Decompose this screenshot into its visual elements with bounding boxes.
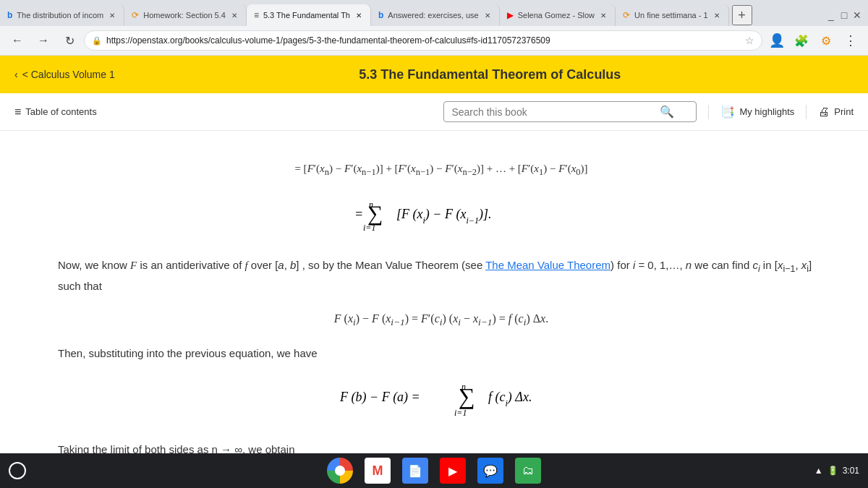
equation-2: = n ∑ i=1 [F (xi) − F (xi−1)].: [58, 193, 825, 244]
book-name-label: < Calculus Volume 1: [22, 69, 115, 80]
svg-text:f (ci) Δx.: f (ci) Δx.: [488, 390, 532, 408]
network-icon: ▲: [814, 466, 823, 476]
svg-text:i=1: i=1: [454, 408, 467, 418]
svg-text:F (b) − F (a) =: F (b) − F (a) =: [339, 390, 420, 405]
reload-button[interactable]: ↻: [58, 29, 81, 52]
taskbar-docs-icon[interactable]: 📄: [402, 458, 428, 484]
tab-close-3[interactable]: ✕: [354, 10, 363, 21]
equation-1-text: = [F′(xn) − F′(xn−1)] + [F′(xn−1) − F′(x…: [294, 163, 587, 174]
equation-1: = [F′(xn) − F′(xn−1)] + [F′(xn−1) − F′(x…: [58, 157, 825, 181]
minimize-button[interactable]: _: [826, 10, 836, 20]
browser-chrome: b The distribution of incom ✕ ⟳ Homework…: [0, 0, 868, 56]
extension-button-1[interactable]: 🧩: [790, 29, 813, 52]
page-content: ‹ < Calculus Volume 1 5.3 The Fundamenta…: [0, 56, 868, 488]
equation-2-svg: = n ∑ i=1 [F (xi) − F (xi−1)].: [347, 193, 535, 236]
search-input[interactable]: [451, 106, 654, 118]
close-window-button[interactable]: ✕: [852, 10, 862, 20]
tab-bar: b The distribution of incom ✕ ⟳ Homework…: [0, 0, 868, 26]
tab-title-6: Un fine settimana - 1: [634, 11, 708, 20]
print-label: Print: [834, 106, 854, 117]
toc-label: Table of contents: [25, 106, 96, 117]
equation-4: F (b) − F (a) = n ∑ i=1 f (ci) Δx.: [58, 374, 825, 429]
nav-right-icons: 👤 🧩 ⚙ ⋮: [765, 29, 862, 52]
toolbar: ≡ Table of contents 🔍 📑 My highlights 🖨 …: [0, 93, 868, 131]
taskbar-chat-icon[interactable]: 💬: [477, 458, 503, 484]
svg-text:∑: ∑: [459, 383, 475, 409]
star-icon[interactable]: ☆: [745, 35, 754, 46]
highlights-label: My highlights: [739, 106, 794, 117]
search-submit-button[interactable]: 🔍: [660, 105, 674, 119]
tab-close-5[interactable]: ✕: [599, 10, 608, 21]
print-button[interactable]: 🖨 Print: [818, 106, 854, 119]
tab-close-6[interactable]: ✕: [712, 10, 721, 21]
window-controls: _ □ ✕: [826, 4, 868, 26]
menu-button[interactable]: ⋮: [839, 29, 862, 52]
svg-text:i=1: i=1: [363, 223, 375, 233]
tab-icon-5: ▶: [507, 10, 514, 20]
equation-3-text: F (xi) − F (xi−1) = F′(ci) (xi − xi−1) =…: [334, 312, 548, 325]
extension-button-2[interactable]: ⚙: [814, 29, 838, 52]
taskbar-circle-button[interactable]: [9, 462, 26, 479]
tab-homework[interactable]: ⟳ Homework: Section 5.4 ✕: [124, 4, 247, 26]
math-f: F: [130, 260, 137, 271]
new-tab-button[interactable]: +: [732, 5, 752, 25]
taskbar-right: ▲ 🔋 3:01: [814, 466, 859, 476]
tab-answered[interactable]: b Answered: exercises, use ✕: [371, 4, 500, 26]
equation-4-svg: F (b) − F (a) = n ∑ i=1 f (ci) Δx.: [333, 374, 550, 421]
toolbar-divider-2: [806, 105, 807, 119]
taskbar-gmail-icon[interactable]: M: [365, 458, 391, 484]
forward-button[interactable]: →: [32, 29, 55, 52]
tab-title-3: 5.3 The Fundamental Th: [263, 11, 350, 20]
tab-youtube[interactable]: ▶ Selena Gomez - Slow ✕: [500, 4, 616, 26]
tab-distribution[interactable]: b The distribution of incom ✕: [0, 4, 124, 26]
equation-3: F (xi) − F (xi−1) = F′(ci) (xi − xi−1) =…: [58, 307, 825, 333]
paragraph-2-text: Then, substituting into the previous equ…: [58, 347, 318, 359]
nav-bar: ← → ↻ 🔒 https://openstax.org/books/calcu…: [0, 26, 868, 55]
taskbar-chrome-icon[interactable]: [327, 458, 353, 484]
taskbar-drive-icon[interactable]: 🗂: [515, 458, 541, 484]
book-header: ‹ < Calculus Volume 1 5.3 The Fundamenta…: [0, 56, 868, 93]
back-arrow-icon: ‹: [14, 69, 18, 80]
url-text: https://openstax.org/books/calculus-volu…: [106, 35, 741, 46]
tab-icon-1: b: [7, 10, 12, 20]
tab-close-1[interactable]: ✕: [108, 10, 116, 21]
taskbar-left: [9, 462, 26, 479]
profile-button[interactable]: 👤: [765, 29, 788, 52]
content-area: = [F′(xn) − F′(xn−1)] + [F′(xn−1) − F′(x…: [0, 131, 868, 488]
address-bar[interactable]: 🔒 https://openstax.org/books/calculus-vo…: [84, 30, 762, 51]
battery-icon: 🔋: [827, 466, 838, 476]
tab-close-2[interactable]: ✕: [230, 10, 239, 21]
taskbar: M 📄 ▶ 💬 🗂 ▲ 🔋 3:01: [0, 453, 868, 488]
lock-icon: 🔒: [92, 36, 102, 46]
page-title: 5.3 The Fundamental Theorem of Calculus: [359, 67, 621, 82]
taskbar-youtube-icon[interactable]: ▶: [440, 458, 466, 484]
tab-week[interactable]: ⟳ Un fine settimana - 1 ✕: [616, 4, 729, 26]
tab-title-4: Answered: exercises, use: [388, 11, 478, 20]
svg-text:=: =: [354, 207, 363, 221]
back-button[interactable]: ←: [6, 29, 29, 52]
tab-close-4[interactable]: ✕: [483, 10, 492, 21]
tab-title-1: The distribution of incom: [17, 11, 103, 20]
toc-icon: ≡: [14, 106, 21, 119]
tab-icon-2: ⟳: [132, 10, 139, 20]
tab-icon-3: ≡: [254, 10, 259, 20]
mean-value-theorem-link[interactable]: The Mean Value Theorem: [485, 259, 610, 271]
math-f2: f: [244, 260, 247, 271]
paragraph-1: Now, we know F is an antiderivative of f…: [58, 256, 825, 296]
tab-fundamental[interactable]: ≡ 5.3 The Fundamental Th ✕: [247, 4, 371, 26]
maximize-button[interactable]: □: [839, 10, 849, 20]
paragraph-2: Then, substituting into the previous equ…: [58, 344, 825, 363]
print-icon: 🖨: [818, 106, 830, 119]
time-display: 3:01: [843, 466, 859, 476]
tab-icon-6: ⟳: [623, 10, 630, 20]
search-box[interactable]: 🔍: [443, 101, 697, 122]
toc-button[interactable]: ≡ Table of contents: [14, 106, 97, 119]
back-to-book-link[interactable]: ‹ < Calculus Volume 1: [14, 69, 115, 80]
highlights-button[interactable]: 📑 My highlights: [720, 105, 794, 119]
tab-icon-4: b: [378, 10, 383, 20]
tab-title-5: Selena Gomez - Slow: [518, 11, 595, 20]
toolbar-divider: [708, 105, 709, 119]
tab-title-2: Homework: Section 5.4: [143, 11, 226, 20]
svg-text:[F (xi) − F (xi−1)].: [F (xi) − F (xi−1)].: [396, 207, 491, 226]
svg-text:∑: ∑: [367, 201, 383, 226]
